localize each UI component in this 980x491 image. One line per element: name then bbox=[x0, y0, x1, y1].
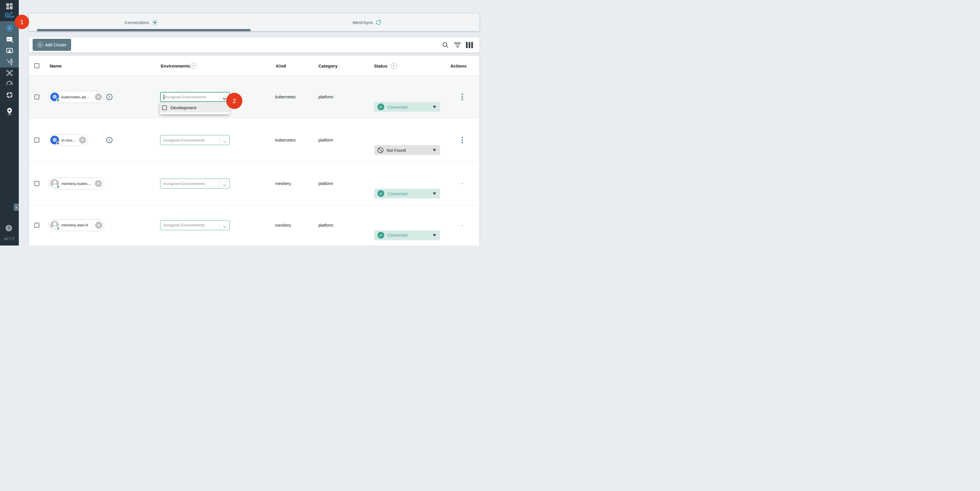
row-checkbox[interactable] bbox=[34, 95, 39, 100]
connected-check-icon: ✓ bbox=[377, 104, 384, 110]
sidebar-item-designs[interactable] bbox=[0, 57, 19, 66]
row-actions-menu[interactable] bbox=[459, 94, 465, 100]
row-actions-menu[interactable] bbox=[459, 137, 465, 143]
status-select[interactable]: ✓ Connected bbox=[374, 189, 440, 199]
sidebar-item-extensions[interactable] bbox=[0, 91, 19, 99]
connection-name-chip[interactable]: meshery-dain-6 ✕ bbox=[48, 219, 104, 231]
question-mark-icon: ? bbox=[8, 226, 10, 230]
environments-info-icon[interactable]: i bbox=[190, 63, 196, 69]
category-cell: platform bbox=[318, 95, 333, 99]
dropdown-arrow-icon bbox=[433, 106, 436, 108]
connection-info-icon[interactable]: i bbox=[107, 94, 113, 100]
chevron-down-icon: ▾ bbox=[12, 14, 14, 19]
add-cluster-button[interactable]: + Add Cluster bbox=[33, 39, 71, 51]
chevron-down-icon[interactable] bbox=[223, 224, 227, 229]
col-status[interactable]: Status bbox=[374, 63, 388, 68]
category-cell: platform bbox=[318, 181, 333, 186]
kubernetes-icon: ☸ bbox=[50, 92, 59, 101]
sidebar-expand-button[interactable]: › bbox=[14, 203, 19, 211]
sidebar-item-dashboard[interactable] bbox=[0, 2, 19, 11]
performance-gauge-icon bbox=[6, 79, 14, 87]
col-name[interactable]: Name bbox=[49, 63, 62, 68]
adapters-icon: <> bbox=[6, 35, 14, 43]
col-actions[interactable]: Actions bbox=[450, 63, 466, 68]
sidebar: ⚙⚙⚙ ▾ <> bbox=[0, 0, 19, 246]
environments-select[interactable]: Assigned Environments bbox=[160, 178, 230, 189]
view-columns-icon[interactable] bbox=[466, 41, 473, 48]
add-cluster-label: Add Cluster bbox=[45, 43, 67, 47]
table-row: meshery-dain-6 ✕ Assigned Environments m… bbox=[29, 205, 479, 245]
help-button[interactable]: ? bbox=[6, 225, 12, 231]
tab-connections-label: Connections bbox=[124, 20, 149, 25]
category-cell: platform bbox=[318, 138, 333, 142]
col-kind[interactable]: Kind bbox=[276, 63, 286, 68]
sidebar-item-adapters[interactable]: <> bbox=[0, 35, 19, 44]
row-checkbox[interactable] bbox=[34, 138, 39, 143]
no-actions-dash: - bbox=[459, 223, 465, 227]
online-dot bbox=[56, 99, 60, 102]
connection-name-chip[interactable]: meshery-kubescop… ✕ bbox=[48, 178, 104, 189]
sidebar-item-toolkit[interactable] bbox=[0, 68, 19, 77]
status-select[interactable]: ✓ Connected bbox=[374, 230, 440, 240]
dropdown-option-development[interactable]: Development bbox=[160, 103, 229, 113]
chevron-down-icon[interactable] bbox=[223, 96, 226, 101]
remove-connection-icon[interactable]: ✕ bbox=[79, 137, 86, 144]
active-tab-indicator bbox=[37, 29, 251, 31]
table-row: ☸ kubernetes-admin… ✕ i Assigned Environ… bbox=[29, 76, 479, 118]
user-avatar-icon bbox=[50, 221, 59, 230]
connection-info-icon[interactable]: i bbox=[107, 137, 113, 143]
status-select[interactable]: Not Found bbox=[374, 145, 440, 155]
dropdown-arrow-icon bbox=[433, 193, 436, 195]
environments-select[interactable]: Assigned Environments bbox=[160, 135, 230, 145]
tab-meshsync[interactable]: MeshSync bbox=[254, 14, 479, 31]
annotation-badge-2: 2 bbox=[226, 93, 242, 109]
extensions-icon bbox=[6, 92, 13, 98]
sidebar-item-workspaces[interactable] bbox=[0, 46, 19, 55]
chevron-down-icon[interactable] bbox=[223, 182, 227, 188]
online-dot bbox=[56, 227, 60, 230]
option-checkbox[interactable] bbox=[162, 105, 167, 110]
chevron-down-icon[interactable] bbox=[223, 139, 227, 144]
dropdown-arrow-icon bbox=[433, 149, 436, 151]
kind-cell: meshery bbox=[275, 223, 291, 227]
connection-name-chip[interactable]: ☸ kubernetes-admin… ✕ bbox=[48, 91, 104, 103]
col-environments[interactable]: Environments bbox=[161, 63, 190, 68]
offline-dot bbox=[56, 141, 60, 145]
connections-table: Name Environments i Kind Category Status… bbox=[29, 56, 479, 246]
row-checkbox[interactable] bbox=[34, 181, 39, 186]
kind-cell: kubernetes bbox=[275, 138, 296, 142]
status-select[interactable]: ✓ Connected bbox=[374, 102, 440, 112]
mesh-icon bbox=[151, 19, 158, 26]
remove-connection-icon[interactable]: ✕ bbox=[95, 94, 102, 100]
remove-connection-icon[interactable]: ✕ bbox=[95, 180, 102, 187]
sidebar-divider bbox=[0, 100, 19, 100]
catalog-pin-icon bbox=[6, 107, 13, 115]
environments-select[interactable]: Assigned Environments bbox=[160, 220, 230, 230]
text-cursor bbox=[164, 95, 164, 100]
tab-connections[interactable]: Connections bbox=[29, 14, 254, 31]
not-found-ban-icon bbox=[377, 147, 383, 153]
environments-select[interactable]: Assigned Environments bbox=[160, 92, 230, 102]
designs-graph-icon bbox=[6, 57, 14, 65]
col-category[interactable]: Category bbox=[318, 63, 337, 68]
search-icon[interactable] bbox=[442, 41, 449, 48]
sidebar-item-catalog[interactable] bbox=[0, 106, 19, 115]
connected-check-icon: ✓ bbox=[377, 232, 384, 238]
connection-name-chip[interactable]: ☸ in-cluster ✕ bbox=[48, 134, 88, 146]
user-avatar-icon bbox=[50, 179, 59, 188]
row-checkbox[interactable] bbox=[34, 222, 39, 227]
app-version: v0.7.77 bbox=[0, 237, 19, 240]
kind-cell: kubernetes bbox=[275, 95, 296, 99]
status-info-icon[interactable]: i bbox=[391, 63, 396, 69]
filter-icon[interactable] bbox=[454, 41, 461, 48]
table-toolbar: + Add Cluster bbox=[29, 37, 479, 52]
tabs-bar: Connections MeshSync bbox=[29, 14, 479, 31]
sidebar-item-performance[interactable] bbox=[0, 79, 19, 87]
table-header: Name Environments i Kind Category Status… bbox=[29, 56, 479, 76]
chevron-right-icon: › bbox=[16, 205, 17, 210]
tab-meshsync-label: MeshSync bbox=[353, 20, 373, 25]
select-all-checkbox[interactable] bbox=[34, 63, 39, 68]
environments-dropdown: Development bbox=[160, 103, 229, 114]
online-dot bbox=[56, 185, 60, 189]
remove-connection-icon[interactable]: ✕ bbox=[95, 222, 102, 229]
